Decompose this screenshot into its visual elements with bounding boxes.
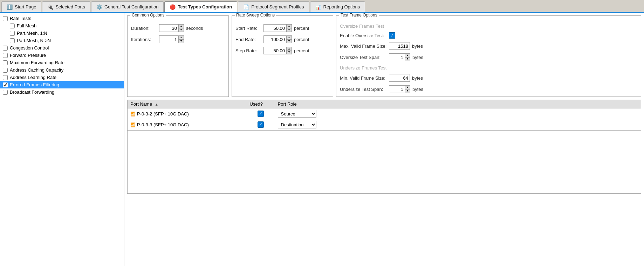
common-options-title: Common Options	[130, 13, 166, 18]
col-used[interactable]: Used?	[247, 100, 275, 108]
oversize-span-input[interactable]: 1	[389, 53, 405, 61]
iterations-input[interactable]: 1	[159, 35, 178, 43]
undersize-span-spinner[interactable]: 1 ▲ ▼	[389, 85, 410, 93]
sidebar-item-part-mesh-1n[interactable]: Part.Mesh, 1:N	[0, 29, 124, 37]
end-rate-row: End Rate: 100.00 ▲ ▼ percent	[235, 35, 329, 43]
undersize-span-up-btn[interactable]: ▲	[405, 86, 410, 89]
checkbox-part-mesh-nn[interactable]	[10, 38, 15, 43]
checkbox-maximum-forwarding-rate[interactable]	[3, 60, 8, 65]
sidebar-item-full-mesh[interactable]: Full Mesh	[0, 22, 124, 29]
min-valid-frame-unit: bytes	[412, 75, 423, 81]
port-table-header-row: Port Name ▲ Used? Port Role	[128, 100, 641, 108]
sidebar-label-broadcast-forwarding: Broadcast Forwarding	[10, 89, 54, 95]
max-valid-frame-unit: bytes	[412, 44, 423, 49]
undersize-span-row: Undersize Test Span: 1 ▲ ▼ bytes	[340, 85, 637, 93]
checkbox-broadcast-forwarding[interactable]	[3, 90, 8, 95]
sidebar-item-address-learning-rate[interactable]: Address Learning Rate	[0, 74, 124, 81]
port-table-container: Port Name ▲ Used? Port Role 📶P-	[127, 100, 641, 131]
end-rate-input[interactable]: 100.00	[263, 35, 286, 43]
oversize-span-up-btn[interactable]: ▲	[405, 54, 410, 58]
undersize-span-spinner-buttons: ▲ ▼	[405, 85, 410, 93]
start-rate-up-btn[interactable]: ▲	[287, 25, 292, 28]
sidebar-item-address-caching-capacity[interactable]: Address Caching Capacity	[0, 66, 124, 74]
oversize-span-label: Oversize Test Span:	[340, 55, 389, 60]
min-valid-frame-input[interactable]: 64	[389, 74, 410, 82]
sidebar-item-errored-frames-filtering[interactable]: Errored Frames Filtering	[0, 81, 124, 88]
rate-sweep-title: Rate Sweep Options	[235, 13, 276, 18]
start-rate-label: Start Rate:	[235, 26, 263, 31]
tab-protocol-segment-profiles[interactable]: 📄Protocol Segment Profiles	[238, 1, 309, 12]
tab-reporting-options[interactable]: 📊Reporting Options	[310, 1, 365, 12]
tab-icon-general-test-config: ⚙️	[96, 4, 102, 10]
port-role-cell-0: SourceDestinationBoth	[275, 108, 641, 119]
top-panels-row: Common Options Duration: 30 ▲ ▼ seconds …	[127, 15, 641, 97]
iterations-up-btn[interactable]: ▲	[179, 36, 184, 40]
duration-down-btn[interactable]: ▼	[179, 28, 184, 32]
end-rate-down-btn[interactable]: ▼	[287, 40, 292, 43]
undersize-span-down-btn[interactable]: ▼	[405, 89, 410, 93]
used-cell-1[interactable]: ✓	[247, 119, 275, 130]
rate-sweep-group: Rate Sweep Options Start Rate: 50.00 ▲ ▼…	[232, 15, 333, 97]
step-rate-input[interactable]: 50.00	[263, 47, 286, 54]
checkbox-rate-tests[interactable]	[3, 16, 8, 21]
duration-input[interactable]: 30	[159, 24, 178, 32]
step-rate-spinner[interactable]: 50.00 ▲ ▼	[263, 47, 292, 54]
tab-start-page[interactable]: ℹ️Start Page	[1, 1, 41, 12]
tab-selected-ports[interactable]: 🔌Selected Ports	[42, 1, 90, 12]
sidebar-item-part-mesh-nn[interactable]: Part.Mesh, N->N	[0, 37, 124, 44]
max-valid-frame-input[interactable]: 1518	[389, 42, 410, 50]
sidebar-item-rate-tests[interactable]: Rate Tests	[0, 15, 124, 22]
duration-spinner[interactable]: 30 ▲ ▼	[159, 24, 184, 32]
col-port-name[interactable]: Port Name ▲	[128, 100, 247, 108]
port-role-select-0[interactable]: SourceDestinationBoth	[278, 110, 316, 118]
checkbox-congestion-control[interactable]	[3, 46, 8, 51]
step-rate-label: Step Rate:	[235, 48, 263, 53]
used-checkbox-1[interactable]: ✓	[258, 121, 264, 128]
checkbox-address-learning-rate[interactable]	[3, 75, 8, 80]
duration-row: Duration: 30 ▲ ▼ seconds	[131, 24, 225, 32]
sidebar-item-congestion-control[interactable]: Congestion Control	[0, 44, 124, 52]
checkbox-errored-frames-filtering[interactable]	[3, 82, 8, 87]
undersize-span-input[interactable]: 1	[389, 85, 405, 93]
port-table-area: Port Name ▲ Used? Port Role 📶P-	[127, 100, 641, 194]
start-rate-input[interactable]: 50.00	[263, 24, 286, 32]
iterations-spinner[interactable]: 1 ▲ ▼	[159, 35, 184, 43]
checkbox-address-caching-capacity[interactable]	[3, 68, 8, 73]
tab-general-test-config[interactable]: ⚙️General Test Configuration	[91, 1, 164, 12]
end-rate-up-btn[interactable]: ▲	[287, 36, 292, 40]
port-icon-1: 📶	[130, 122, 136, 127]
end-rate-spinner[interactable]: 100.00 ▲ ▼	[263, 35, 292, 43]
start-rate-down-btn[interactable]: ▼	[287, 28, 292, 32]
step-rate-row: Step Rate: 50.00 ▲ ▼ percent	[235, 47, 329, 54]
checkbox-part-mesh-1n[interactable]	[10, 31, 15, 36]
tab-test-types-config[interactable]: 🔴Test Types Configuration	[164, 1, 237, 12]
checkbox-full-mesh[interactable]	[10, 24, 15, 28]
used-checkbox-0[interactable]: ✓	[258, 111, 264, 117]
oversize-span-spinner[interactable]: 1 ▲ ▼	[389, 53, 410, 61]
sidebar-label-address-learning-rate: Address Learning Rate	[10, 75, 56, 80]
duration-up-btn[interactable]: ▲	[179, 25, 184, 28]
sidebar-item-forward-pressure[interactable]: Forward Pressure	[0, 52, 124, 59]
oversize-span-row: Oversize Test Span: 1 ▲ ▼ bytes	[340, 53, 637, 61]
start-rate-spinner[interactable]: 50.00 ▲ ▼	[263, 24, 292, 32]
enable-oversize-row: Enable Oversize Test: ✓	[340, 32, 637, 39]
used-cell-0[interactable]: ✓	[247, 108, 275, 119]
step-rate-down-btn[interactable]: ▼	[287, 51, 292, 54]
oversize-span-spinner-buttons: ▲ ▼	[405, 53, 410, 61]
min-valid-frame-row: Min. Valid Frame Size: 64 bytes	[340, 74, 637, 82]
duration-label: Duration:	[131, 26, 159, 31]
enable-oversize-checkbox[interactable]: ✓	[389, 32, 395, 39]
start-rate-row: Start Rate: 50.00 ▲ ▼ percent	[235, 24, 329, 32]
tab-icon-selected-ports: 🔌	[47, 4, 53, 10]
step-rate-up-btn[interactable]: ▲	[287, 47, 292, 51]
iterations-down-btn[interactable]: ▼	[179, 40, 184, 43]
oversize-span-down-btn[interactable]: ▼	[405, 58, 410, 61]
sidebar: Rate TestsFull MeshPart.Mesh, 1:NPart.Me…	[0, 13, 124, 266]
duration-spinner-buttons: ▲ ▼	[178, 24, 184, 32]
col-port-role[interactable]: Port Role	[275, 100, 641, 108]
checkbox-forward-pressure[interactable]	[3, 53, 8, 58]
sidebar-item-broadcast-forwarding[interactable]: Broadcast Forwarding	[0, 88, 124, 96]
sidebar-item-maximum-forwarding-rate[interactable]: Maximum Forwarding Rate	[0, 59, 124, 66]
port-role-select-1[interactable]: SourceDestinationBoth	[278, 121, 316, 128]
sidebar-label-maximum-forwarding-rate: Maximum Forwarding Rate	[10, 60, 64, 65]
